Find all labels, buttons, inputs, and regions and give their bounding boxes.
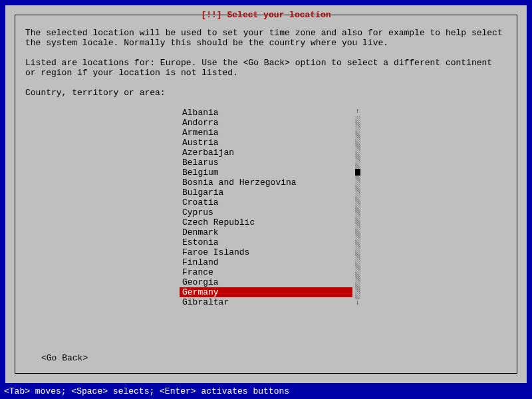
list-item[interactable]: Gibraltar — [180, 297, 352, 307]
list-item[interactable]: Denmark — [180, 227, 352, 237]
country-list: AlbaniaAndorraArmeniaAustriaAzerbaijanBe… — [25, 108, 507, 307]
list-item[interactable]: Bulgaria — [180, 188, 352, 198]
list-item[interactable]: Czech Republic — [180, 217, 352, 227]
list-item[interactable]: Bosnia and Herzegovina — [180, 178, 352, 188]
list-item[interactable]: Germany — [180, 287, 352, 297]
list-item[interactable]: Georgia — [180, 277, 352, 287]
list-item[interactable]: Estonia — [180, 237, 352, 247]
scrollbar: ↑ ↓ — [355, 108, 360, 307]
list-item[interactable]: Belarus — [180, 158, 352, 168]
scroll-up-icon[interactable]: ↑ — [355, 108, 360, 116]
description-text-1: The selected location will be used to se… — [25, 28, 507, 48]
scroll-thumb[interactable] — [355, 169, 360, 176]
list-item[interactable]: Azerbaijan — [180, 148, 352, 158]
status-bar: <Tab> moves; <Space> selects; <Enter> ac… — [3, 386, 529, 396]
list-item[interactable]: France — [180, 267, 352, 277]
scroll-track[interactable] — [355, 116, 360, 299]
go-back-button[interactable]: <Go Back> — [41, 353, 88, 363]
scroll-down-icon[interactable]: ↓ — [355, 299, 360, 307]
description-text-2: Listed are locations for: Europe. Use th… — [25, 58, 507, 78]
list-item[interactable]: Austria — [180, 138, 352, 148]
installer-frame: [!!] Select your location The selected l… — [5, 5, 527, 383]
dialog-content: The selected location will be used to se… — [25, 28, 507, 363]
list-item[interactable]: Cyprus — [180, 207, 352, 217]
list-item[interactable]: Albania — [180, 108, 352, 118]
list-item[interactable]: Croatia — [180, 198, 352, 207]
list-item[interactable]: Andorra — [180, 118, 352, 128]
list-item[interactable]: Armenia — [180, 128, 352, 138]
list-item[interactable]: Belgium — [180, 168, 352, 178]
prompt-label: Country, territory or area: — [25, 88, 507, 98]
list-item[interactable]: Faroe Islands — [180, 247, 352, 257]
list-item[interactable]: Finland — [180, 257, 352, 267]
